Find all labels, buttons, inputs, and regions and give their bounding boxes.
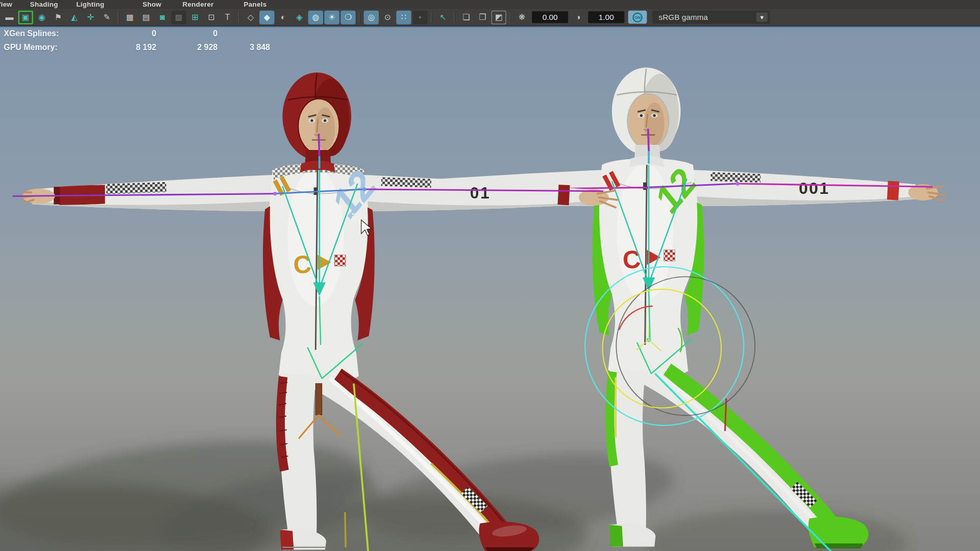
exposure-icon[interactable]: ❋ <box>514 10 529 24</box>
toolbar-separator <box>509 12 512 23</box>
exposure-field[interactable]: 0.00 <box>532 11 568 23</box>
textured-icon[interactable]: ◐ <box>276 10 290 24</box>
menu-view[interactable]: View <box>0 0 12 9</box>
shadows-icon[interactable]: ❍ <box>340 10 355 24</box>
hud-label: XGen Splines: <box>0 29 106 38</box>
locked-camera-icon[interactable]: ▣ <box>18 10 33 24</box>
gamma-icon[interactable]: ◑ <box>571 10 585 24</box>
hud-label: GPU Memory: <box>0 42 106 52</box>
copy-icon[interactable]: ❐ <box>475 10 490 24</box>
chevron-down-icon: ▼ <box>756 12 768 21</box>
hud-value: 8 192 <box>106 42 156 52</box>
duplicate-icon[interactable]: ❏ <box>459 10 474 24</box>
toolbar-separator <box>430 12 433 23</box>
wireframe-icon[interactable]: ◇ <box>243 10 258 24</box>
grease-pencil-icon[interactable]: ✎ <box>100 10 114 24</box>
maya-viewport-panel: View Shading Lighting Show Renderer Pane… <box>0 0 980 551</box>
red-arm-number: 01 <box>470 184 491 202</box>
toolbar-separator <box>358 12 361 23</box>
menu-shading[interactable]: Shading <box>30 0 58 9</box>
default-material-icon[interactable]: ◈ <box>292 10 307 24</box>
menu-lighting[interactable]: Lighting <box>76 0 104 9</box>
pan-zoom-icon[interactable]: ✛ <box>83 10 98 24</box>
viewport-canvas[interactable]: 001 12 C <box>0 28 980 551</box>
viewport-hud: XGen Splines: 0 0 GPU Memory: 8 192 2 92… <box>0 26 270 54</box>
menu-renderer[interactable]: Renderer <box>183 0 214 9</box>
toolbar-separator <box>237 12 240 23</box>
grid-icon[interactable]: ▦ <box>122 10 137 24</box>
toolbar-separator <box>453 12 456 23</box>
camera-icon[interactable]: ▬ <box>2 10 17 24</box>
motion-blur-icon[interactable]: ⊙ <box>380 10 395 24</box>
color-management-toggle[interactable]: ON <box>628 11 647 24</box>
hud-value: 0 <box>156 29 217 38</box>
smooth-shade-icon[interactable]: ◆ <box>259 10 274 24</box>
colorspace-value: sRGB gamma <box>659 13 708 21</box>
hud-value: 3 848 <box>217 42 270 52</box>
colorspace-dropdown[interactable]: sRGB gamma ▼ <box>652 11 770 24</box>
gate-mask-icon[interactable]: ▩ <box>172 10 186 24</box>
scene-render: 001 12 C <box>0 28 980 551</box>
lights-icon[interactable]: ☀ <box>325 10 339 24</box>
select-tool-icon[interactable]: ↖ <box>435 10 450 24</box>
on-toggle-label: ON <box>632 12 643 22</box>
green-arm-number: 001 <box>799 179 829 197</box>
hud-row-xgen: XGen Splines: 0 0 <box>0 26 270 40</box>
film-gate-icon[interactable]: ▤ <box>139 10 154 24</box>
anti-alias-icon[interactable]: ∷ <box>396 10 411 24</box>
active-panel-highlight <box>0 26 980 27</box>
hud-row-gpu-memory: GPU Memory: 8 192 2 928 3 848 <box>0 40 270 54</box>
resolution-gate-icon[interactable]: ◙ <box>155 10 170 24</box>
panel-toolbar: ▬ ▣ ◉ ⚑ ◭ ✛ ✎ ▦ ▤ ◙ ▩ ⊞ ⊡ T ◇ ◆ ◐ ◈ ◍ ☀ … <box>0 9 980 26</box>
svg-text:C: C <box>622 245 642 274</box>
depth-of-field-icon[interactable]: ▪ <box>412 10 427 24</box>
safe-action-icon[interactable]: ⊡ <box>204 10 218 24</box>
svg-text:C: C <box>292 251 312 279</box>
bookmark-icon[interactable]: ⚑ <box>51 10 65 24</box>
camera-settings-icon[interactable]: ◉ <box>34 10 49 24</box>
toolbar-separator <box>117 12 120 23</box>
occlusion-icon[interactable]: ◎ <box>364 10 379 24</box>
menu-show[interactable]: Show <box>142 0 161 9</box>
field-chart-icon[interactable]: ⊞ <box>187 10 202 24</box>
image-plane-icon[interactable]: ◭ <box>67 10 82 24</box>
panel-menubar: View Shading Lighting Show Renderer Pane… <box>0 0 980 9</box>
hud-value: 2 928 <box>156 42 217 52</box>
gamma-field[interactable]: 1.00 <box>588 11 624 23</box>
safe-title-icon[interactable]: T <box>220 10 235 24</box>
hud-value: 0 <box>106 29 156 38</box>
textured-checker-icon[interactable]: ◍ <box>308 10 323 24</box>
menu-panels[interactable]: Panels <box>244 0 267 9</box>
snapshot-icon[interactable]: ◩ <box>491 10 506 24</box>
